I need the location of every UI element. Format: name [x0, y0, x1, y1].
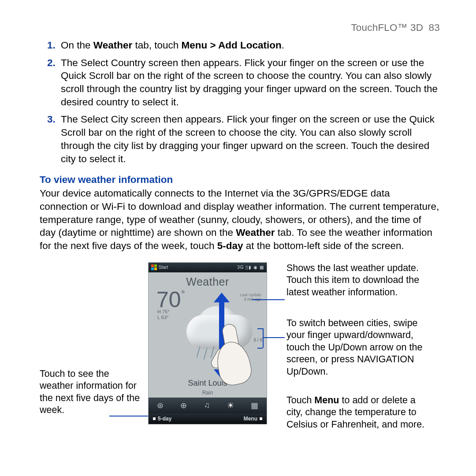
- callout-menu: Touch Menu to add or delete a city, chan…: [286, 394, 428, 431]
- step1-text-a: On the: [61, 40, 93, 51]
- tab-att-icon[interactable]: ⊛: [157, 401, 164, 410]
- hand-gesture-icon: [216, 327, 250, 384]
- callout-last-update: Shows the last weather update. Touch thi…: [286, 262, 423, 299]
- step1-text-b: tab, touch: [132, 40, 181, 51]
- weather-title: Weather: [149, 275, 267, 288]
- softkey-5day[interactable]: 5-day: [153, 416, 171, 422]
- section-body: Your device automatically connects to th…: [40, 187, 440, 252]
- callout-menu-bold: Menu: [314, 395, 339, 405]
- header-title: TouchFLO™ 3D: [351, 22, 423, 33]
- body-e: at the bottom-left side of the screen.: [243, 240, 404, 251]
- softkey-menu[interactable]: Menu: [244, 416, 262, 422]
- section-heading: To view weather information: [40, 174, 440, 186]
- last-update-label: Last Update: [240, 293, 261, 297]
- connector-line: [263, 337, 285, 338]
- figure-row: Touch to see the weather information for…: [40, 262, 440, 424]
- connector-line: [263, 328, 264, 348]
- tab-grid-icon[interactable]: ▦: [251, 401, 258, 410]
- weather-condition: Rain: [149, 390, 267, 396]
- connector-line: [257, 328, 263, 329]
- softkey-5day-label: 5-day: [158, 416, 171, 422]
- body-weather-bold: Weather: [236, 227, 275, 238]
- step1-menu-bold: Menu > Add Location: [182, 40, 282, 51]
- status-icons: 3G ▯▮ ◉ ▦: [237, 265, 264, 270]
- callout-5day: Touch to see the weather information for…: [40, 368, 144, 416]
- connector-line: [252, 299, 285, 300]
- softkey-bar: 5-day Menu: [149, 413, 267, 424]
- step3-text: The Select City screen then appears. Fli…: [61, 114, 435, 164]
- callout-menu-a: Touch: [286, 395, 314, 405]
- body-5day-bold: 5-day: [217, 240, 243, 251]
- step1-weather-bold: Weather: [93, 40, 132, 51]
- softkey-menu-label: Menu: [244, 416, 257, 422]
- step2-text: The Select Country screen then appears. …: [61, 57, 438, 108]
- connector-line: [109, 416, 148, 416]
- last-update-block[interactable]: Last Update 2 min ago: [240, 293, 261, 301]
- callout-switch-cities: To switch between cities, swipe your fin…: [286, 317, 428, 378]
- instruction-list: On the Weather tab, touch Menu > Add Loc…: [40, 39, 440, 165]
- tab-globe-icon[interactable]: ⊕: [180, 401, 187, 410]
- temp-value: 70: [156, 287, 181, 312]
- connector-line: [257, 348, 263, 349]
- tab-weather-icon[interactable]: ☀: [227, 401, 234, 410]
- city-counter: 8 / 8: [254, 338, 262, 342]
- current-temp: 70°: [156, 290, 185, 310]
- step-1: On the Weather tab, touch Menu > Add Loc…: [58, 39, 440, 52]
- page-header: TouchFLO™ 3D 83: [40, 22, 440, 33]
- windows-flag-icon: [151, 264, 157, 270]
- step-2: The Select Country screen then appears. …: [58, 56, 440, 109]
- page-number: 83: [429, 22, 440, 33]
- step1-text-c: .: [282, 40, 284, 51]
- status-bar: Start 3G ▯▮ ◉ ▦: [149, 263, 267, 272]
- start-label: Start: [159, 265, 168, 270]
- phone-screenshot: Start 3G ▯▮ ◉ ▦ Weather 70° Last Update …: [148, 262, 267, 424]
- step-3: The Select City screen then appears. Fli…: [58, 113, 440, 165]
- tab-strip[interactable]: ⊛ ⊕ ♫ ☀ ▦: [149, 398, 267, 413]
- tab-music-icon[interactable]: ♫: [204, 401, 210, 410]
- degree-symbol: °: [181, 289, 185, 300]
